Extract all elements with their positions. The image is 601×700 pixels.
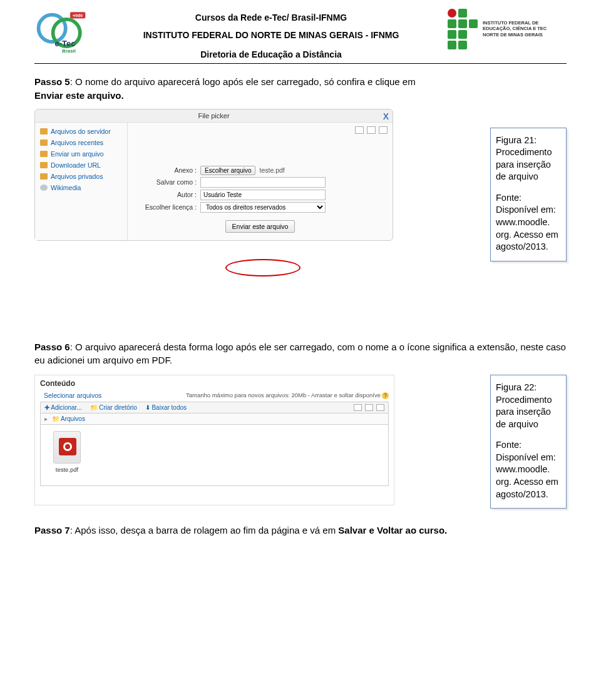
file-picker-header: File picker X (35, 109, 393, 123)
sidebar-item-wikimedia[interactable]: Wikimedia (35, 182, 127, 193)
breadcrumb-label[interactable]: Arquivos (61, 415, 85, 422)
globe-icon (40, 185, 48, 191)
author-label: Autor : (133, 191, 200, 198)
sidebar-item-server-files[interactable]: Arquivos do servidor (35, 126, 127, 137)
etec-logo: •rede e-Tec Brasil (34, 9, 90, 54)
caption-source: www.moodle. (496, 464, 561, 476)
passo7-text: : Após isso, desça a barra de rolagem ao… (70, 525, 339, 535)
sidebar-item-label: Enviar um arquivo (51, 150, 104, 158)
license-label: Escolher licença : (133, 203, 200, 211)
caption-line: de arquivo (496, 418, 561, 431)
attachment-label: Anexo : (133, 166, 200, 174)
passo5-label: Passo 5 (34, 76, 70, 87)
figure22-caption: Figura 22: Procedimento para inserção de… (490, 375, 567, 509)
passo6-text: : O arquivo aparecerá desta forma logo a… (34, 342, 566, 366)
breadcrumb: ▸ 📁 Arquivos (40, 413, 389, 425)
file-item[interactable]: teste.pdf (46, 431, 88, 473)
view-grid-icon[interactable] (354, 404, 362, 411)
pdf-icon (53, 431, 81, 464)
passo5-paragraph: Passo 5: O nome do arquivo aparecerá log… (34, 75, 567, 103)
author-input[interactable] (200, 190, 326, 200)
view-list-icon[interactable] (367, 126, 376, 134)
caption-source: Fonte: (496, 439, 561, 452)
svg-text:Brasil: Brasil (62, 48, 76, 54)
sidebar-item-label: Arquivos do servidor (51, 128, 111, 135)
figure21-caption: Figura 21: Procedimento para inserção de… (490, 128, 567, 261)
caption-line: Procedimento (496, 146, 561, 159)
ifnmg-logo: INSTITUTO FEDERAL DEEDUCAÇÃO, CIÊNCIA E … (448, 9, 567, 48)
caption-source: agosto/2013. (496, 489, 561, 501)
header-line1: Cursos da Rede e-Tec/ Brasil-IFNMG (95, 11, 448, 25)
download-all-button[interactable]: ⬇ Baixar todos (145, 404, 187, 411)
sidebar-item-label: Downloader URL (51, 161, 101, 169)
caption-line: de arquivo (496, 171, 561, 183)
passo7-bold-tail: Salvar e Voltar ao curso. (338, 525, 447, 535)
view-tree-icon[interactable] (376, 404, 384, 411)
header-titles: Cursos da Rede e-Tec/ Brasil-IFNMG INSTI… (95, 9, 448, 62)
sidebar-item-url[interactable]: Downloader URL (35, 160, 127, 171)
caption-title: Figura 21: (496, 134, 561, 147)
caption-source: www.moodle. (496, 216, 561, 229)
caption-line: Procedimento (496, 394, 561, 407)
document-header: •rede e-Tec Brasil Cursos da Rede e-Tec/… (34, 9, 567, 62)
file-picker-sidebar: Arquivos do servidor Arquivos recentes E… (35, 123, 128, 240)
caption-source: org. Acesso em (496, 229, 561, 241)
file-picker-window: File picker X Arquivos do servidor Arqui… (34, 109, 393, 241)
caption-source: Disponível em: (496, 452, 561, 464)
view-list-icon[interactable] (365, 404, 373, 411)
caption-source: Disponível em: (496, 204, 561, 216)
max-size-note: Tamanho máximo para novos arquivos: 20Mb… (186, 392, 389, 399)
upload-form: Anexo : Escolher arquivo teste.pdf Salva… (133, 166, 388, 233)
folder-icon (40, 128, 48, 134)
sidebar-item-upload[interactable]: Enviar um arquivo (35, 148, 127, 160)
content-area-screenshot: Conteúdo Selecionar arquivos Tamanho máx… (34, 375, 394, 505)
sidebar-item-recent[interactable]: Arquivos recentes (35, 137, 127, 148)
sidebar-item-private[interactable]: Arquivos privados (35, 171, 127, 182)
passo6-paragraph: Passo 6: O arquivo aparecerá desta forma… (34, 340, 567, 368)
file-picker-title: File picker (198, 112, 229, 119)
submit-upload-button[interactable]: Enviar este arquivo (225, 220, 295, 233)
select-files-label: Selecionar arquivos (44, 392, 101, 399)
passo7-paragraph: Passo 7: Após isso, desça a barra de rol… (34, 524, 567, 537)
create-folder-button[interactable]: 📁 Criar diretório (90, 404, 137, 411)
header-rule (34, 63, 567, 64)
file-name: teste.pdf (46, 466, 88, 473)
save-as-label: Salvar como : (133, 178, 200, 186)
folder-icon (40, 162, 48, 168)
sidebar-item-label: Arquivos privados (51, 173, 103, 180)
folder-icon (40, 173, 48, 180)
save-as-input[interactable] (200, 177, 326, 188)
caption-source: org. Acesso em (496, 476, 561, 489)
passo6-label: Passo 6 (34, 342, 70, 352)
caption-source: Fonte: (496, 192, 561, 205)
caption-line: para inserção (496, 406, 561, 418)
chosen-filename: teste.pdf (259, 166, 284, 174)
help-icon[interactable]: ? (382, 392, 389, 399)
folder-icon (40, 151, 48, 157)
highlight-ellipse (225, 259, 300, 276)
view-grid-icon[interactable] (355, 126, 364, 134)
file-list: teste.pdf (40, 425, 389, 486)
sidebar-item-label: Wikimedia (51, 184, 81, 191)
choose-file-button[interactable]: Escolher arquivo (200, 166, 255, 175)
max-size-text: Tamanho máximo para novos arquivos: 20Mb… (186, 392, 381, 398)
caption-line: para inserção (496, 159, 561, 171)
view-tree-icon[interactable] (379, 126, 388, 134)
passo7-label: Passo 7 (34, 525, 70, 535)
ifnmg-logo-text: INSTITUTO FEDERAL DEEDUCAÇÃO, CIÊNCIA E … (483, 20, 547, 38)
license-select[interactable]: Todos os direitos reservados (200, 202, 326, 213)
svg-text:•rede: •rede (73, 13, 83, 18)
passo5-bold-tail: Enviar este arquivo. (34, 90, 124, 101)
close-icon[interactable]: X (383, 111, 389, 121)
sidebar-item-label: Arquivos recentes (51, 139, 103, 146)
caption-source: agosto/2013. (496, 241, 561, 253)
chevron-right-icon: ▸ (44, 415, 48, 422)
passo5-text: : O nome do arquivo aparecerá logo após … (70, 76, 416, 87)
file-toolbar: ✚ Adicionar... 📁 Criar diretório ⬇ Baixa… (40, 402, 389, 413)
view-mode-buttons (133, 126, 388, 139)
content-section-title: Conteúdo (40, 379, 389, 388)
caption-title: Figura 22: (496, 382, 561, 394)
folder-icon (40, 139, 48, 146)
header-line2: INSTITUTO FEDERAL DO NORTE DE MINAS GERA… (95, 29, 448, 43)
add-file-button[interactable]: ✚ Adicionar... (44, 404, 82, 411)
